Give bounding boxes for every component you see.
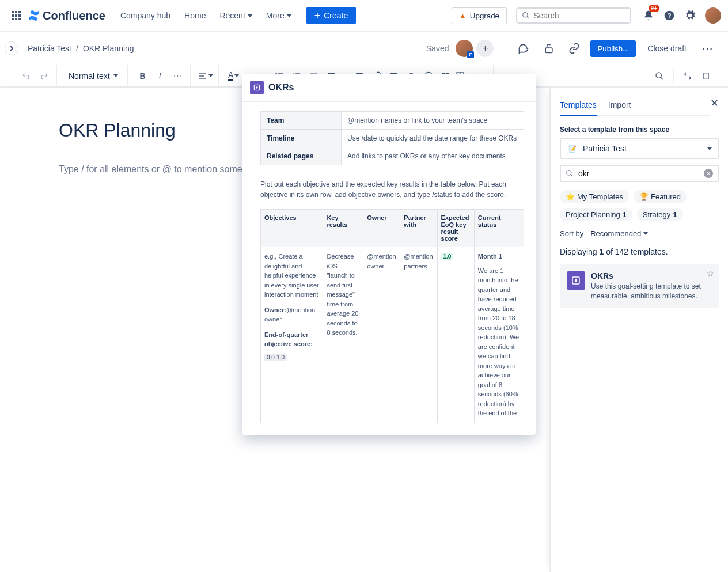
app-switcher[interactable]: [7, 6, 25, 25]
meta-timeline-label: Timeline: [261, 130, 342, 147]
global-search[interactable]: [516, 7, 631, 24]
clear-search-button[interactable]: ✕: [704, 169, 713, 178]
notifications-button[interactable]: 9+: [639, 6, 658, 25]
meta-team-label: Team: [261, 112, 342, 130]
restrictions-button[interactable]: [540, 39, 558, 58]
redo-button[interactable]: [36, 68, 52, 84]
expand-sidebar-button[interactable]: [5, 41, 18, 55]
chevron-down-icon: [208, 74, 213, 77]
col-key-results: Key results: [323, 210, 363, 247]
svg-line-39: [661, 77, 663, 79]
svg-point-46: [256, 86, 258, 89]
tab-templates[interactable]: Templates: [560, 97, 597, 116]
chevron-right-icon: [9, 46, 14, 51]
preview-header: OKRs: [242, 74, 536, 102]
col-partner: Partner with: [400, 210, 437, 247]
chip-my-templates[interactable]: ⭐My Templates: [560, 190, 629, 203]
meta-team-value: @mention names or link to your team's sp…: [342, 112, 524, 130]
template-search[interactable]: ✕: [560, 165, 719, 182]
close-draft-button[interactable]: Close draft: [643, 40, 691, 56]
chip-project-planning[interactable]: Project Planning 1: [560, 208, 632, 221]
find-replace-button[interactable]: [651, 68, 668, 84]
lock-open-icon: [543, 43, 555, 54]
chevron-down-icon: [113, 74, 118, 77]
publish-button[interactable]: Publish...: [590, 40, 636, 57]
italic-button[interactable]: I: [152, 68, 168, 84]
sort-by-label: Sort by: [560, 229, 583, 238]
svg-point-0: [523, 13, 528, 17]
more-actions-button[interactable]: ⋯: [698, 41, 716, 55]
target-icon: [571, 275, 581, 286]
text-color-button[interactable]: A: [226, 68, 242, 84]
col-status: Current status: [474, 210, 524, 247]
svg-line-42: [571, 175, 573, 177]
upgrade-button[interactable]: ▲Upgrade: [452, 7, 507, 24]
content-width-button[interactable]: [698, 68, 714, 84]
help-button[interactable]: ?: [660, 6, 678, 25]
filter-chips: ⭐My Templates 🏆Featured Project Planning…: [560, 190, 719, 221]
chip-featured[interactable]: 🏆Featured: [634, 190, 687, 203]
preview-body[interactable]: Team@mention names or link to your team'…: [242, 102, 536, 435]
nav-home[interactable]: Home: [179, 6, 211, 25]
comment-icon: [518, 43, 529, 54]
star-template-button[interactable]: ☆: [707, 269, 714, 278]
more-formatting-button[interactable]: ⋯: [169, 68, 185, 84]
col-objectives: Objectives: [261, 210, 323, 247]
search-input[interactable]: [533, 11, 625, 20]
logo-text: Confluence: [43, 9, 105, 22]
alignment-button[interactable]: [198, 68, 214, 84]
chip-strategy[interactable]: Strategy 1: [637, 208, 683, 221]
create-button[interactable]: +Create: [306, 7, 357, 24]
collapse-toolbar-button[interactable]: [680, 68, 696, 84]
template-preview-popup: OKRs Team@mention names or link to your …: [242, 74, 536, 435]
col-owner: Owner: [363, 210, 400, 247]
breadcrumb-space[interactable]: Patricia Test: [28, 44, 71, 53]
space-selector[interactable]: 📝 Patricia Test: [560, 138, 719, 159]
meta-related-label: Related pages: [261, 147, 342, 165]
notification-badge: 9+: [649, 5, 659, 12]
copy-link-button[interactable]: [565, 39, 583, 58]
svg-rect-40: [704, 73, 708, 79]
presence-badge: P: [467, 51, 474, 58]
nav-more[interactable]: More: [260, 6, 297, 25]
space-name: Patricia Test: [583, 144, 703, 153]
cell-status: Month 1 We are 1 month into the quarter …: [474, 247, 524, 423]
chevron-down-icon: [287, 14, 291, 17]
breadcrumb-page[interactable]: OKR Planning: [83, 44, 134, 53]
bold-button[interactable]: B: [135, 68, 151, 84]
target-icon: [253, 84, 261, 92]
chevron-down-icon: [643, 232, 648, 235]
comments-button[interactable]: [514, 39, 533, 58]
warning-icon: ▲: [459, 12, 467, 20]
template-card-okrs[interactable]: OKRs Use this goal-setting template to s…: [560, 264, 719, 308]
chevron-down-icon: [248, 14, 252, 17]
sort-dropdown[interactable]: Recommended: [590, 229, 648, 238]
cell-owner: @mention owner: [363, 247, 400, 423]
text-style-picker[interactable]: Normal text: [64, 69, 123, 83]
nav-company-hub[interactable]: Company hub: [115, 6, 176, 25]
settings-button[interactable]: [681, 6, 699, 25]
profile-avatar[interactable]: [705, 7, 721, 24]
space-select-label: Select a template from this space: [560, 126, 719, 134]
undo-button[interactable]: [18, 68, 35, 84]
template-search-input[interactable]: [578, 169, 699, 178]
tab-import[interactable]: Import: [608, 97, 631, 115]
breadcrumb: Patricia Test / OKR Planning: [28, 44, 134, 53]
svg-rect-4: [546, 48, 553, 52]
space-icon: 📝: [567, 143, 578, 154]
cell-partner: @mention partners: [400, 247, 437, 423]
gear-icon: [684, 10, 696, 21]
close-panel-button[interactable]: ✕: [710, 97, 719, 109]
page-header: Patricia Test / OKR Planning Saved P + P…: [0, 32, 728, 65]
cell-expected: 1.0: [437, 247, 474, 423]
col-expected-score: Expected EoQ key result score: [437, 210, 474, 247]
nav-recent[interactable]: Recent: [214, 6, 257, 25]
add-collaborator-button[interactable]: +: [476, 40, 494, 57]
editor-avatar[interactable]: P: [456, 40, 473, 57]
cell-objective: e.g., Create a delightful and helpful ex…: [261, 247, 323, 423]
sort-row: Sort by Recommended: [560, 229, 719, 238]
top-nav: Confluence Company hub Home Recent More …: [0, 0, 728, 32]
search-icon: [566, 169, 574, 177]
card-description: Use this goal-setting template to set me…: [591, 282, 712, 301]
confluence-logo[interactable]: Confluence: [28, 9, 105, 22]
